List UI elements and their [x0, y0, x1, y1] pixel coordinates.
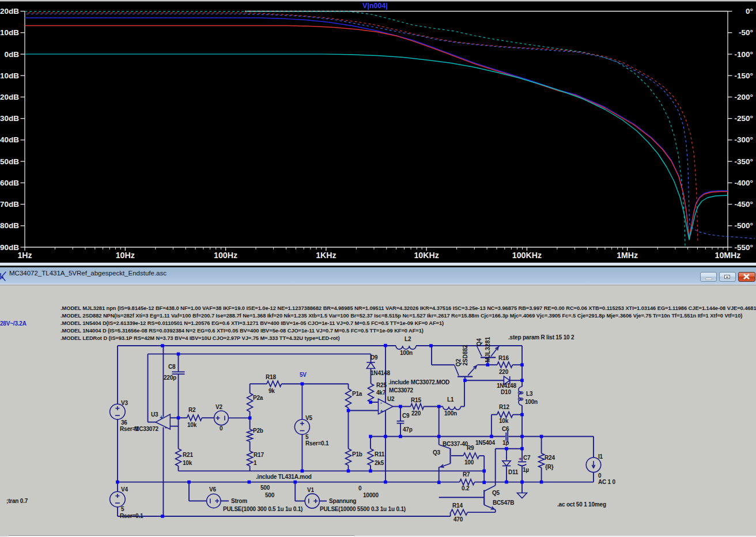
svg-text:R25: R25 [376, 382, 387, 388]
svg-text:AC 1 0: AC 1 0 [598, 479, 616, 485]
svg-text:100n: 100n [525, 399, 538, 405]
svg-text:Q4: Q4 [476, 338, 482, 346]
svg-text:220: 220 [411, 410, 421, 417]
svg-text:-30dB: -30dB [0, 114, 19, 123]
svg-text:-300°: -300° [735, 135, 753, 144]
svg-text:1Hz: 1Hz [17, 251, 32, 260]
svg-text:1: 1 [254, 460, 257, 466]
svg-text:MC33072: MC33072 [389, 387, 414, 394]
svg-text:20dB: 20dB [0, 7, 19, 16]
svg-text:P2a: P2a [253, 395, 263, 401]
svg-text:{R}: {R} [545, 464, 554, 470]
svg-text:R12: R12 [499, 404, 509, 410]
svg-text:-350°: -350° [735, 157, 753, 166]
svg-text:.MODEL 1N5404 D(IS=2.61339e-12: .MODEL 1N5404 D(IS=2.61339e-12 RS=0.0110… [61, 320, 444, 326]
svg-text:28V~/3.2A: 28V~/3.2A [0, 320, 27, 327]
svg-text:L1: L1 [447, 396, 454, 403]
svg-text:P2b: P2b [253, 428, 263, 434]
svg-text:R2: R2 [188, 407, 196, 413]
svg-text:1N4148: 1N4148 [371, 370, 390, 376]
svg-text:V3: V3 [121, 400, 128, 406]
svg-text:9k: 9k [269, 388, 275, 394]
svg-text:P1a: P1a [352, 391, 362, 397]
svg-text:V5: V5 [305, 415, 312, 421]
svg-text:Strom: Strom [231, 498, 247, 504]
svg-text:MJL3281: MJL3281 [484, 336, 491, 362]
svg-text:U3: U3 [151, 411, 158, 418]
svg-text:.include TL431A.mod: .include TL431A.mod [256, 474, 312, 480]
svg-text:D9: D9 [371, 354, 378, 361]
svg-text:10k: 10k [183, 460, 192, 466]
svg-text:4k7: 4k7 [376, 389, 386, 396]
svg-text:Q5: Q5 [492, 490, 500, 496]
svg-text:.include MC33072.MOD: .include MC33072.MOD [388, 379, 449, 385]
svg-text:-150°: -150° [735, 71, 753, 80]
svg-text:0: 0 [598, 472, 602, 479]
svg-text:-10dB: -10dB [0, 71, 19, 80]
svg-text:C7: C7 [523, 455, 531, 461]
svg-text:Q2: Q2 [455, 358, 462, 366]
svg-text:0.2: 0.2 [462, 485, 470, 491]
svg-text:R17: R17 [254, 452, 264, 458]
svg-text:0dB: 0dB [4, 50, 19, 59]
svg-text:10MHz: 10MHz [715, 251, 741, 260]
svg-text:47p: 47p [403, 426, 413, 433]
svg-text:1p: 1p [502, 440, 509, 446]
svg-text:.MODEL 1N4004 D (IS=5.31656e-0: .MODEL 1N4004 D (IS=5.31656e-08 RS=0.039… [61, 328, 424, 334]
svg-text:R7: R7 [463, 471, 470, 478]
svg-text:1N5404: 1N5404 [475, 440, 495, 446]
svg-text:R24: R24 [545, 455, 555, 461]
svg-text:-90dB: -90dB [0, 243, 19, 252]
svg-text:10000: 10000 [363, 492, 379, 498]
svg-text:-80dB: -80dB [0, 221, 19, 230]
svg-text:;tran 0.7: ;tran 0.7 [6, 498, 28, 504]
svg-text:V2: V2 [216, 404, 222, 410]
svg-text:.MODEL 2SD882 NPN(Is=282f Xti=: .MODEL 2SD882 NPN(Is=282f Xti=3 Eg=1.11 … [61, 313, 742, 319]
svg-text:0°: 0° [746, 7, 753, 16]
svg-text:PULSE(10000 5500 0.3 1u 1u 0.1: PULSE(10000 5500 0.3 1u 1u 0.1) [320, 506, 406, 512]
svg-text:.step param R list 15 10 2: .step param R list 15 10 2 [508, 334, 574, 341]
svg-text:2k5: 2k5 [375, 460, 384, 466]
svg-text:10k: 10k [187, 422, 197, 428]
svg-text:Rser=0.1: Rser=0.1 [305, 440, 329, 447]
svg-text:+: + [160, 414, 163, 421]
svg-text:Q3: Q3 [433, 449, 441, 456]
svg-text:-50dB: -50dB [0, 157, 19, 166]
svg-text:100: 100 [464, 459, 474, 466]
svg-text:220p: 220p [164, 375, 176, 381]
svg-text:10k: 10k [499, 418, 509, 424]
svg-text:-70dB: -70dB [0, 200, 19, 209]
svg-text:BC337-40: BC337-40 [443, 441, 468, 447]
svg-text:-: - [165, 424, 167, 430]
svg-text:V6: V6 [209, 486, 216, 493]
svg-text:470: 470 [453, 516, 463, 523]
svg-text:-50°: -50° [739, 28, 753, 37]
svg-text:PULSE(1000 300 0.5 1u 1u 0.1): PULSE(1000 300 0.5 1u 1u 0.1) [223, 506, 303, 512]
svg-text:100n: 100n [400, 350, 413, 356]
svg-text:10Hz: 10Hz [116, 251, 135, 260]
svg-text:D11: D11 [508, 469, 519, 475]
svg-text:-: - [380, 400, 382, 406]
svg-text:1MHz: 1MHz [617, 251, 638, 260]
svg-text:-200°: -200° [735, 93, 753, 101]
svg-text:5V: 5V [300, 372, 307, 378]
svg-text:Rser=0.1: Rser=0.1 [120, 513, 143, 519]
svg-text:L2: L2 [405, 336, 411, 342]
svg-text:-20dB: -20dB [0, 93, 19, 101]
svg-text:D10: D10 [501, 389, 511, 395]
svg-text:R21: R21 [183, 452, 193, 458]
svg-text:BC547B: BC547B [493, 500, 514, 506]
svg-text:Spannung: Spannung [329, 498, 356, 504]
svg-text:2SD882: 2SD882 [462, 345, 468, 366]
svg-text:.ac oct 50 1 10meg: .ac oct 50 1 10meg [557, 501, 606, 508]
svg-text:R18: R18 [266, 374, 276, 380]
svg-text:U2: U2 [387, 396, 395, 402]
svg-text:C6: C6 [502, 426, 509, 432]
svg-text:+: + [519, 456, 522, 462]
svg-text:R16: R16 [498, 355, 509, 361]
svg-text:I1: I1 [598, 453, 603, 460]
svg-text:-500°: -500° [735, 221, 753, 230]
svg-text:1KHz: 1KHz [316, 251, 336, 260]
svg-text:100Hz: 100Hz [214, 251, 237, 260]
svg-text:-450°: -450° [735, 200, 753, 209]
